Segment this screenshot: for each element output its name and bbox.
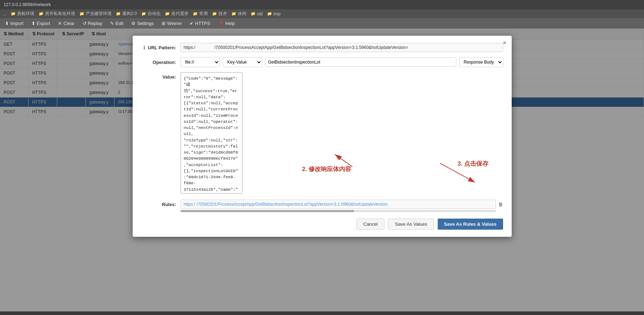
modal-dialog: × ℹ URL Pattern: Operation: file:// [133, 36, 512, 237]
rules-scrollbar[interactable] [181, 210, 496, 212]
bookmark-item-3[interactable]: 📁 重构2.0 [116, 11, 137, 17]
settings-button[interactable]: ⚙ Settings [130, 20, 155, 27]
folder-icon-6: 📁 [193, 11, 198, 16]
annotation-area: {"code":"0","message":"成功","success":tru… [181, 72, 503, 195]
bookmark-label-6: 常用 [199, 11, 208, 17]
weinre-label: Weinre [167, 21, 182, 26]
url-pattern-label: ℹ URL Pattern: [141, 45, 181, 50]
bookmark-item-5[interactable]: 📁 迭代需求 [165, 11, 188, 17]
folder-icon-1: 📁 [39, 11, 44, 16]
settings-label: Settings [137, 21, 154, 26]
clear-button[interactable]: ✕ Clear [56, 20, 76, 27]
bookmarks-bar: ... 📁 质检环境 📁 房开私有化环境 📁 产业建管环境 📁 重构2.0 📁 … [0, 9, 644, 18]
response-body-select[interactable]: Response Body [459, 57, 503, 67]
help-button[interactable]: ❓ Help [217, 20, 236, 27]
bookmark-item-8[interactable]: 📁 休闲 [231, 11, 246, 17]
value-row: Value: {"code":"0","message":"成功","succe… [141, 72, 503, 195]
key-value-select[interactable]: Key-Value [223, 57, 262, 67]
clear-icon: ✕ [58, 21, 62, 26]
modal-overlay: × ℹ URL Pattern: Operation: file:// [0, 29, 644, 311]
https-label: HTTPS [195, 21, 210, 26]
weinre-icon: ⊞ [162, 21, 166, 26]
annotation-modify: 2. 修改响应体内容 [302, 165, 352, 173]
rules-row: Rules: https:/ /70500201/ProcessAcceptAp… [141, 200, 503, 212]
rules-label: Rules: [141, 202, 181, 207]
cancel-button[interactable]: Cancel [357, 219, 384, 230]
delete-rule-icon[interactable]: 🗑 [498, 201, 503, 207]
folder-icon-0: 📁 [11, 11, 16, 16]
edit-button[interactable]: ✎ Edit [109, 20, 125, 27]
rules-scrollbar-thumb [181, 210, 354, 212]
bookmark-item-0[interactable]: 📁 质检环境 [11, 11, 34, 17]
value-textarea[interactable]: {"code":"0","message":"成功","success":tru… [181, 72, 242, 194]
clear-label: Clear [63, 21, 74, 26]
import-label: Import [10, 21, 24, 26]
bookmark-item-10[interactable]: 📁 tmp [267, 11, 281, 16]
url-pattern-row: ℹ URL Pattern: [141, 43, 503, 52]
bookmark-label-8: 休闲 [238, 11, 246, 17]
file-select[interactable]: file:// [181, 57, 220, 67]
https-icon: ✔ [190, 21, 193, 26]
import-icon: ⬇ [5, 21, 9, 26]
operation-row: Operation: file:// Key-Value Response Bo… [141, 57, 503, 67]
folder-icon-4: 📁 [141, 11, 146, 16]
weinre-button[interactable]: ⊞ Weinre [160, 20, 183, 27]
settings-icon: ⚙ [131, 21, 136, 26]
modal-footer: Cancel Save As Values Save As Rules & Va… [141, 219, 503, 230]
operation-text-input[interactable] [265, 58, 456, 67]
replay-button[interactable]: ↺ Replay [81, 20, 104, 27]
bookmark-label-1: 房开私有化环境 [45, 11, 75, 17]
help-icon: ❓ [218, 21, 224, 26]
bookmark-item-6[interactable]: 📁 常用 [193, 11, 208, 17]
bookmark-item-4[interactable]: 📁 自动化 [141, 11, 161, 17]
https-button[interactable]: ✔ HTTPS [188, 20, 212, 27]
help-circle-icon: ℹ [143, 45, 145, 50]
bookmark-label-7: 技术 [218, 11, 227, 17]
replay-label: Replay [88, 21, 102, 26]
bookmark-label-4: 自动化 [148, 11, 161, 17]
bookmark-label-9: old [257, 11, 263, 16]
bookmark-item-7[interactable]: 📁 技术 [212, 11, 227, 17]
main-toolbar: ⬇ Import ⬆ Export ✕ Clear ↺ Replay ✎ Edi… [0, 18, 644, 29]
import-button[interactable]: ⬇ Import [4, 20, 25, 27]
bookmark-label-5: 迭代需求 [171, 11, 188, 17]
operation-label: Operation: [141, 60, 181, 65]
close-button[interactable]: × [503, 39, 507, 47]
bookmark-label-10: tmp [274, 11, 281, 16]
bookmark-label-2: 产业建管环境 [86, 11, 112, 17]
browser-url: 127.0.0.1:8899/#network [4, 2, 51, 7]
rules-content: https:/ /70500201/ProcessAcceptApp/GetBi… [181, 200, 503, 209]
save-values-button[interactable]: Save As Values [388, 219, 434, 230]
export-icon: ⬆ [31, 21, 35, 26]
browser-bar: 127.0.0.1:8899/#network [0, 0, 644, 9]
folder-icon-10: 📁 [267, 11, 272, 16]
bookmark-ellipsis: ... [3, 11, 6, 16]
export-label: Export [37, 21, 50, 26]
folder-icon-9: 📁 [251, 11, 256, 16]
main-area: ⇅ Method ⇅ Protocol ⇅ ServerIP ⇅ Host GE… [0, 29, 644, 311]
folder-icon-3: 📁 [116, 11, 121, 16]
bookmark-label-3: 重构2.0 [122, 11, 137, 17]
operation-controls: file:// Key-Value Response Body [181, 57, 503, 67]
svg-line-3 [440, 163, 475, 182]
save-rules-button[interactable]: Save As Rules & Values [438, 219, 503, 230]
bookmark-label-0: 质检环境 [17, 11, 34, 17]
replay-icon: ↺ [83, 21, 87, 26]
edit-icon: ✎ [110, 21, 114, 26]
bookmark-item-2[interactable]: 📁 产业建管环境 [79, 11, 112, 17]
annotation-save: 3. 点击保存 [458, 160, 489, 168]
folder-icon-7: 📁 [212, 11, 217, 16]
edit-label: Edit [115, 21, 123, 26]
rules-url-display: https:/ /70500201/ProcessAcceptApp/GetBi… [181, 200, 496, 209]
url-pattern-input[interactable] [181, 43, 503, 52]
bookmark-item-9[interactable]: 📁 old [251, 11, 263, 16]
folder-icon-2: 📁 [79, 11, 84, 16]
bookmark-item-1[interactable]: 📁 房开私有化环境 [39, 11, 75, 17]
svg-line-2 [335, 154, 352, 166]
folder-icon-5: 📁 [165, 11, 170, 16]
help-label: Help [225, 21, 235, 26]
folder-icon-8: 📁 [231, 11, 236, 16]
value-label: Value: [141, 72, 181, 80]
export-button[interactable]: ⬆ Export [30, 20, 52, 27]
